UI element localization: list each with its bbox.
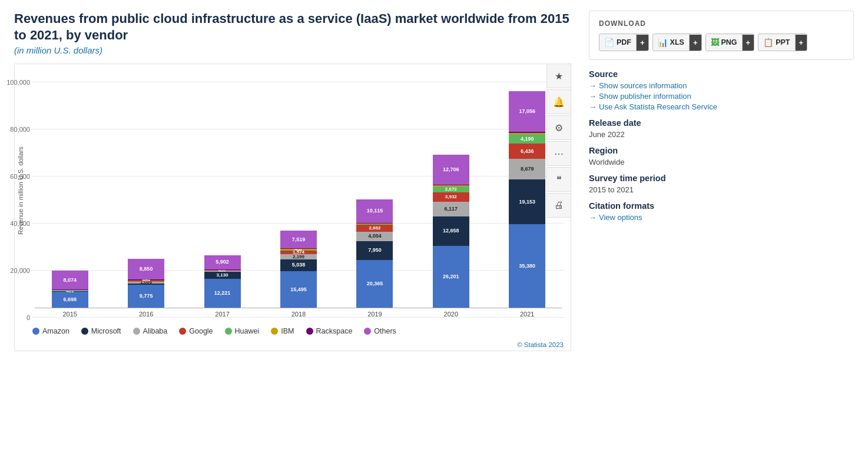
bar-segment-2018-ibm[interactable]: 457 (280, 249, 317, 250)
sidebar: DOWNLOAD 📄 PDF + 📊 XLS + 🖼 PNG + 📋 PPT +… (583, 11, 854, 351)
bar-segment-2021-alibaba[interactable]: 8,679 (509, 159, 545, 179)
bar-segment-2019-alibaba[interactable]: 4,004 (356, 232, 393, 241)
bar-segment-2015-others[interactable]: 8,074 (52, 271, 88, 289)
legend-item-amazon: Amazon (32, 327, 69, 335)
bar-segment-2019-rackspace[interactable] (356, 223, 393, 224)
bar-segment-2021-amazon[interactable]: 35,380 (509, 224, 545, 308)
bar-segment-2019-microsoft[interactable]: 7,950 (356, 241, 393, 260)
x-label-2020: 2020 (416, 311, 486, 318)
bar-segment-2017-amazon[interactable]: 12,221 (204, 279, 241, 308)
bar-segment-2019-google[interactable]: 2,882 (356, 225, 393, 232)
bar-segment-2019-ibm[interactable] (356, 224, 393, 224)
bar-segment-2021-microsoft[interactable]: 19,153 (509, 179, 545, 225)
bar-segment-2020-google[interactable]: 3,932 (433, 192, 469, 202)
bar-segment-2019-amazon[interactable]: 20,365 (356, 260, 393, 308)
bar-segment-2020-others[interactable]: 12,706 (433, 155, 469, 185)
quote-button[interactable]: ❝ (546, 167, 571, 192)
ppt-plus[interactable]: + (796, 35, 807, 51)
download-ppt-button[interactable]: 📋 PPT + (758, 34, 807, 51)
bar-stack-2019[interactable]: 20,3657,9504,0042,88210,115 (356, 199, 393, 308)
download-png-main[interactable]: 🖼 PNG (706, 34, 743, 51)
show-publisher-link[interactable]: Show publisher information (589, 92, 854, 101)
download-xls-main[interactable]: 📊 XLS (653, 34, 690, 51)
bar-segment-2021-google[interactable]: 6,436 (509, 144, 545, 159)
legend-item-ibm: IBM (271, 327, 294, 335)
release-date-heading: Release date (589, 118, 854, 128)
bar-segment-2021-rackspace[interactable] (509, 132, 545, 133)
share-button[interactable]: ⋯ (546, 141, 571, 166)
bar-segment-2017-google[interactable]: 457 (204, 270, 241, 271)
source-section: Source Show sources information Show pub… (589, 69, 854, 222)
print-button[interactable]: 🖨 (546, 193, 571, 218)
legend-dot-alibaba (133, 328, 140, 335)
bar-segment-2020-alibaba[interactable]: 6,117 (433, 202, 469, 216)
alert-button[interactable]: 🔔 (546, 89, 571, 114)
bar-segment-2016-alibaba[interactable]: 1,009 (128, 281, 164, 284)
view-options-link[interactable]: View options (589, 213, 854, 222)
ask-statista-link[interactable]: Use Ask Statista Research Service (589, 102, 854, 111)
legend-label-ibm: IBM (281, 327, 294, 335)
bar-stack-2018[interactable]: 15,4955,0382,1991,5744577,519 (280, 231, 317, 308)
download-title: DOWNLOAD (599, 19, 844, 28)
bar-segment-2018-amazon[interactable]: 15,495 (280, 271, 317, 308)
legend-dot-huawei (225, 328, 232, 335)
bar-segment-2018-others[interactable]: 7,519 (280, 231, 317, 248)
legend-label-amazon: Amazon (42, 327, 69, 335)
bar-segment-2020-amazon[interactable]: 26,201 (433, 246, 469, 308)
png-plus[interactable]: + (743, 35, 754, 51)
bar-label-2020-others: 12,706 (443, 167, 459, 172)
settings-button[interactable]: ⚙ (546, 115, 571, 140)
bar-label-2015-others: 8,074 (63, 278, 77, 283)
bar-segment-2020-ibm[interactable] (433, 185, 469, 186)
bar-stack-2021[interactable]: 35,38019,1538,6796,4364,19017,056 (509, 91, 545, 308)
bar-segment-2017-microsoft[interactable]: 3,130 (204, 272, 241, 279)
download-png-button[interactable]: 🖼 PNG + (705, 34, 755, 51)
bar-segment-2018-alibaba[interactable]: 2,199 (280, 254, 317, 259)
bar-label-2018-others: 7,519 (292, 237, 306, 242)
bar-segment-2018-microsoft[interactable]: 5,038 (280, 259, 317, 271)
bar-segment-2016-google[interactable] (128, 281, 164, 282)
release-date-value: June 2022 (589, 130, 854, 139)
bar-segment-2021-huawei[interactable]: 4,190 (509, 134, 545, 144)
download-section: DOWNLOAD 📄 PDF + 📊 XLS + 🖼 PNG + 📋 PPT + (589, 11, 854, 60)
legend-item-rackspace: Rackspace (306, 327, 353, 335)
bar-segment-2020-microsoft[interactable]: 12,658 (433, 216, 469, 246)
bar-stack-2017[interactable]: 12,2213,1304575,902 (204, 255, 241, 308)
copyright: © Statista 2023 (15, 338, 571, 351)
bar-segment-2015-alibaba[interactable] (52, 291, 88, 291)
bar-segment-2020-huawei[interactable]: 2,672 (433, 186, 469, 193)
pdf-plus[interactable]: + (637, 35, 648, 51)
bar-segment-2017-others[interactable]: 5,902 (204, 255, 241, 269)
bar-stack-2016[interactable]: 9,7751,0094848,850 (128, 259, 164, 308)
bar-segment-2016-amazon[interactable]: 9,775 (128, 285, 164, 308)
bar-segment-2018-rackspace[interactable] (280, 248, 317, 249)
legend-label-microsoft: Microsoft (91, 327, 121, 335)
bar-segment-2018-huawei[interactable] (280, 250, 317, 251)
bar-stack-2015[interactable]: 6,6984618,074 (52, 271, 88, 308)
bar-segment-2015-microsoft[interactable]: 461 (52, 291, 88, 292)
legend-label-others: Others (374, 327, 396, 335)
bar-stack-2020[interactable]: 26,20112,6586,1173,9322,67212,706 (433, 155, 469, 308)
bar-segment-2015-google[interactable] (52, 290, 88, 291)
download-ppt-main[interactable]: 📋 PPT (758, 34, 795, 51)
bar-segment-2019-huawei[interactable] (356, 224, 393, 225)
png-label: PNG (721, 38, 737, 46)
show-sources-link[interactable]: Show sources information (589, 81, 854, 90)
bar-segment-2015-amazon[interactable]: 6,698 (52, 292, 88, 308)
download-pdf-main[interactable]: 📄 PDF (599, 34, 637, 51)
favorite-button[interactable]: ★ (546, 64, 571, 88)
download-xls-button[interactable]: 📊 XLS + (652, 34, 702, 51)
bar-segment-2018-google[interactable]: 1,574 (280, 251, 317, 254)
xls-plus[interactable]: + (690, 35, 701, 51)
bar-label-2016-amazon: 9,775 (140, 294, 153, 299)
bar-segment-2016-rackspace[interactable]: 484 (128, 279, 164, 281)
bar-segment-2017-alibaba[interactable] (204, 271, 241, 271)
bar-segment-2019-others[interactable]: 10,115 (356, 199, 393, 223)
bar-segment-2020-rackspace[interactable] (433, 185, 469, 186)
bar-segment-2021-ibm[interactable] (509, 133, 545, 134)
download-pdf-button[interactable]: 📄 PDF + (599, 34, 649, 51)
bar-segment-2016-microsoft[interactable] (128, 284, 164, 285)
chart-title: Revenues from public cloud infrastructur… (14, 11, 571, 43)
bar-segment-2016-others[interactable]: 8,850 (128, 259, 164, 279)
bar-segment-2021-others[interactable]: 17,056 (509, 91, 545, 131)
